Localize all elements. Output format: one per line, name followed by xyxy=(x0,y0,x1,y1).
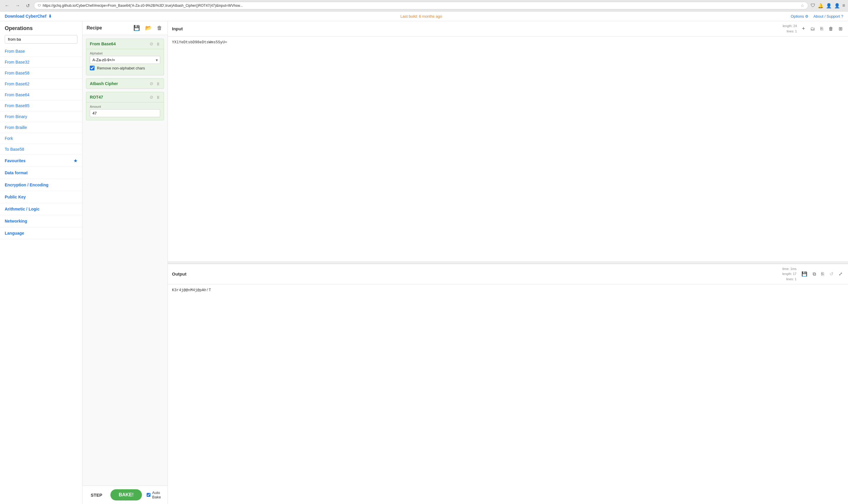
sidebar-item-from-base32[interactable]: From Base32 xyxy=(0,57,82,68)
atbash-pause-btn[interactable]: ⏸ xyxy=(156,81,160,86)
browser-profile-btn[interactable]: 🛡 xyxy=(811,3,815,8)
output-actions: 💾 ⧉ ⎘ ↺ ⤢ xyxy=(800,271,844,277)
arithmetic-label: Arithmetic / Logic xyxy=(5,207,39,211)
bookmark-icon[interactable]: ☆ xyxy=(800,3,805,8)
auto-bake-checkbox[interactable] xyxy=(147,492,150,497)
from-base64-card-btns: ⊘ ⏸ xyxy=(149,41,160,47)
sidebar-item-from-base85[interactable]: From Base85 xyxy=(0,101,82,111)
recipe-load-button[interactable]: 📂 xyxy=(144,24,153,32)
sidebar-item-fork[interactable]: Fork xyxy=(0,133,82,144)
output-section: Output time: 1ms length: 17 lines: 1 💾 ⧉ xyxy=(168,264,848,504)
remove-non-alpha-checkbox[interactable] xyxy=(90,66,94,70)
input-textarea[interactable]: YXlYeDtsbD98eDtsWms5SyU= xyxy=(168,36,848,261)
rot47-amount-input[interactable] xyxy=(90,109,160,117)
sidebar: Operations From Base From Base32 From Ba… xyxy=(0,21,83,504)
from-base64-title[interactable]: From Base64 xyxy=(90,41,116,46)
operations-title: Operations xyxy=(0,21,82,34)
category-public-key[interactable]: Public Key xyxy=(0,191,82,203)
last-build-text: Last build: 6 months ago xyxy=(400,14,442,19)
main-layout: Operations From Base From Base32 From Ba… xyxy=(0,21,848,504)
recipe-header-actions: 💾 📂 🗑 xyxy=(132,24,163,32)
output-textarea[interactable]: K3r4j@@nM4j@pAh!T xyxy=(168,284,848,504)
browser-avatar-btn[interactable]: 👤 xyxy=(826,3,832,8)
input-title: Input xyxy=(172,26,183,31)
bake-button[interactable]: BAKE! xyxy=(110,489,142,501)
options-link[interactable]: Options ⚙ xyxy=(791,14,809,19)
recipe-save-button[interactable]: 💾 xyxy=(132,24,141,32)
step-button[interactable]: STEP xyxy=(87,490,106,500)
input-open-folder-button[interactable]: 🗂 xyxy=(809,25,816,32)
atbash-card-btns: ⊘ ⏸ xyxy=(149,81,160,86)
input-layout-button[interactable]: ⊞ xyxy=(837,25,844,32)
recipe-card-rot47-header: ROT47 ⊘ ⏸ xyxy=(86,92,164,102)
download-label: Download CyberChef xyxy=(5,14,47,19)
sidebar-item-from-base64[interactable]: From Base64 xyxy=(0,90,82,101)
sidebar-item-from-base[interactable]: From Base xyxy=(0,46,82,57)
security-icon: 🛡 xyxy=(38,4,41,7)
output-copy-button[interactable]: ⧉ xyxy=(811,271,817,277)
from-base64-body: Alphabet A-Za-z0-9+/= A-Za-z0-9-_= A-Za-… xyxy=(86,49,164,75)
input-add-tab-button[interactable]: + xyxy=(800,25,807,32)
atbash-title[interactable]: Atbash Cipher xyxy=(90,81,118,86)
rot47-title[interactable]: ROT47 xyxy=(90,95,103,100)
sidebar-item-to-base58[interactable]: To Base58 xyxy=(0,144,82,155)
category-language[interactable]: Language xyxy=(0,227,82,239)
forward-button[interactable]: → xyxy=(14,2,22,9)
bake-area: STEP BAKE! Auto Bake xyxy=(83,485,167,504)
output-export-button[interactable]: ⎘ xyxy=(820,271,826,277)
sidebar-list: From Base From Base32 From Base58 From B… xyxy=(0,46,82,504)
reload-button[interactable]: ↺ xyxy=(24,2,32,9)
address-bar[interactable]: 🛡 https://gchq.github.io/CyberChef/#reci… xyxy=(34,2,808,10)
output-save-button[interactable]: 💾 xyxy=(800,271,809,277)
input-paste-button[interactable]: ⎘ xyxy=(819,25,825,32)
output-expand-button[interactable]: ⤢ xyxy=(837,271,844,277)
app-header: Download CyberChef ⬇ Last build: 6 month… xyxy=(0,12,848,21)
sidebar-item-from-base58[interactable]: From Base58 xyxy=(0,68,82,78)
recipe-title: Recipe xyxy=(87,25,102,31)
auto-bake-wrapper: Auto Bake xyxy=(147,490,163,499)
input-header-left: Input xyxy=(172,26,183,31)
download-cyberchef-link[interactable]: Download CyberChef ⬇ xyxy=(5,14,52,19)
browser-menu-btn[interactable]: ≡ xyxy=(843,3,845,8)
category-encryption[interactable]: Encryption / Encoding xyxy=(0,179,82,191)
output-length-label: length: xyxy=(782,272,792,275)
output-undo-button[interactable]: ↺ xyxy=(828,271,835,277)
from-base64-pause-btn[interactable]: ⏸ xyxy=(156,41,160,47)
sidebar-item-from-binary[interactable]: From Binary xyxy=(0,111,82,122)
rot47-pause-btn[interactable]: ⏸ xyxy=(156,95,160,100)
amount-field-wrapper xyxy=(90,109,160,117)
recipe-card-rot47: ROT47 ⊘ ⏸ Amount xyxy=(86,92,164,121)
input-length-label: length: xyxy=(783,24,792,28)
category-networking[interactable]: Networking xyxy=(0,215,82,227)
io-divider[interactable] xyxy=(168,262,848,264)
recipe-header: Recipe 💾 📂 🗑 xyxy=(83,21,167,35)
favourites-label: Favourites xyxy=(5,158,25,163)
language-label: Language xyxy=(5,231,24,235)
rot47-card-btns: ⊘ ⏸ xyxy=(149,94,160,100)
atbash-disable-btn[interactable]: ⊘ xyxy=(149,81,154,86)
remove-non-alpha-label[interactable]: Remove non-alphabet chars xyxy=(97,66,145,70)
rot47-disable-btn[interactable]: ⊘ xyxy=(149,94,154,100)
browser-notifications-btn[interactable]: 🔔 xyxy=(818,3,824,8)
output-header: Output time: 1ms length: 17 lines: 1 💾 ⧉ xyxy=(168,264,848,285)
input-section: Input length: 24 lines: 1 + 🗂 ⎘ 🗑 ⊞ xyxy=(168,21,848,262)
from-base64-disable-btn[interactable]: ⊘ xyxy=(149,41,154,47)
support-link[interactable]: About / Support ? xyxy=(813,14,843,19)
sidebar-item-from-braille[interactable]: From Braille xyxy=(0,122,82,133)
auto-bake-label[interactable]: Auto Bake xyxy=(152,490,163,499)
recipe-card-atbash-header: Atbash Cipher ⊘ ⏸ xyxy=(86,78,164,89)
output-title: Output xyxy=(172,271,186,276)
back-button[interactable]: ← xyxy=(3,2,11,9)
sidebar-item-from-base62[interactable]: From Base62 xyxy=(0,78,82,90)
options-label: Options xyxy=(791,14,804,19)
category-favourites[interactable]: Favourites ★ xyxy=(0,155,82,167)
browser-avatar2-btn[interactable]: 👤 xyxy=(834,3,840,8)
recipe-clear-button[interactable]: 🗑 xyxy=(156,24,163,32)
recipe-card-from-base64: From Base64 ⊘ ⏸ Alphabet A-Za-z0-9+/= A-… xyxy=(86,39,164,75)
input-clear-button[interactable]: 🗑 xyxy=(827,25,835,32)
category-data-format[interactable]: Data format xyxy=(0,167,82,179)
alphabet-select[interactable]: A-Za-z0-9+/= A-Za-z0-9-_= A-Za-z0-9+/ xyxy=(90,56,160,64)
category-arithmetic[interactable]: Arithmetic / Logic xyxy=(0,203,82,215)
input-length-value: 24 xyxy=(793,24,797,28)
search-input[interactable] xyxy=(5,35,77,43)
